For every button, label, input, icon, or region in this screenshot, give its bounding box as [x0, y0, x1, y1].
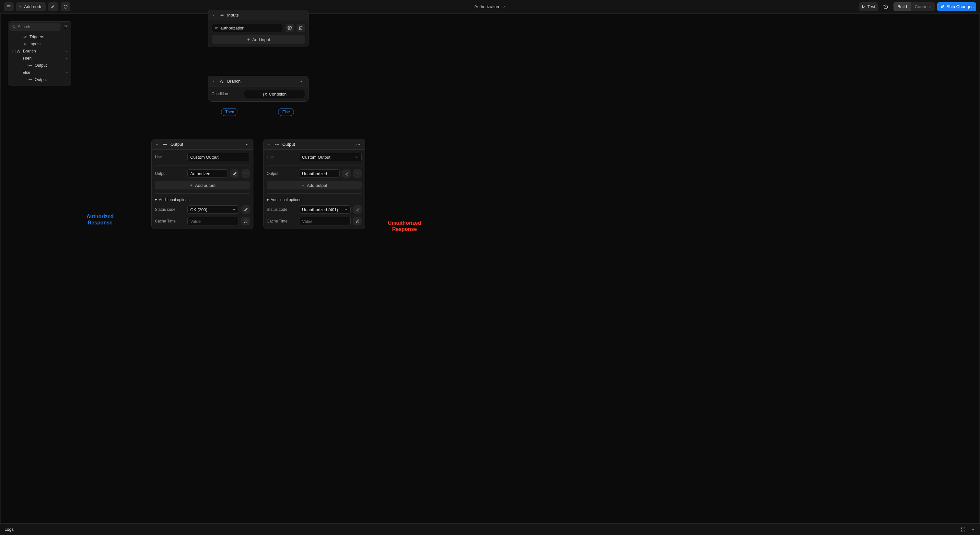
menu-button[interactable] [4, 2, 14, 11]
cache-time-field[interactable]: Value [187, 217, 239, 225]
ship-changes-button[interactable]: Ship Changes [937, 2, 976, 11]
more-button[interactable]: ⋯ [298, 79, 305, 84]
edit-button[interactable] [353, 205, 362, 214]
node-output-authorized[interactable]: Output ⋯ Use Custom Output Output [151, 139, 253, 229]
expand-up-button[interactable] [970, 527, 975, 532]
canvas-area[interactable]: Triggers Inputs ⋮⋮ Branch [0, 14, 980, 523]
node-branch[interactable]: Branch ⋯ Condition ƒx Condition [208, 76, 309, 102]
status-code-select[interactable]: OK (200) [187, 205, 239, 214]
additional-options-label: Additional options [270, 198, 301, 202]
more-button[interactable]: ⋯ [243, 142, 250, 147]
comment-button[interactable] [60, 2, 70, 11]
add-input-button[interactable]: Add input [212, 35, 305, 44]
connect-tab[interactable]: Connect [911, 2, 935, 11]
cache-time-label: Cache Time [155, 219, 185, 224]
edit-button[interactable] [242, 217, 250, 225]
chevron-down-icon[interactable] [155, 143, 159, 146]
node-title: Inputs [227, 13, 305, 17]
history-button[interactable] [880, 2, 891, 11]
menu-icon [6, 5, 11, 9]
edit-button[interactable] [353, 217, 362, 225]
use-select-value: Custom Output [302, 155, 353, 160]
caret-down-icon: ▾ [267, 198, 269, 202]
more-button[interactable]: ⋯ [353, 169, 362, 178]
input-field-authorization[interactable]: authorization [212, 24, 283, 32]
cache-time-field[interactable]: Value [299, 217, 351, 225]
fullscreen-button[interactable] [961, 527, 966, 532]
settings-button[interactable] [285, 24, 294, 32]
use-label: Use [155, 155, 185, 159]
use-select-value: Custom Output [190, 155, 241, 160]
magic-button[interactable] [48, 2, 58, 11]
build-tab[interactable]: Build [894, 2, 911, 11]
additional-options-toggle[interactable]: ▾ Additional options [155, 198, 250, 202]
use-label: Use [267, 155, 296, 159]
svg-point-37 [276, 144, 277, 145]
logs-label[interactable]: Logs [5, 527, 14, 532]
branch-icon [219, 79, 224, 84]
text-icon [215, 26, 218, 30]
condition-label: Condition [212, 92, 242, 96]
additional-options-label: Additional options [159, 198, 189, 202]
history-icon [883, 4, 888, 10]
play-icon [862, 5, 865, 9]
more-button[interactable]: ⋯ [355, 142, 362, 147]
node-inputs[interactable]: Inputs authorization [208, 10, 309, 47]
plus-icon [247, 38, 250, 41]
add-node-label: Add node [24, 4, 43, 9]
chevron-down-icon[interactable] [212, 79, 216, 83]
page-title-group[interactable]: Authorization [474, 4, 506, 9]
plus-icon [301, 183, 305, 187]
use-select[interactable]: Custom Output [299, 153, 362, 161]
output-label: Output [267, 171, 296, 176]
status-code-select[interactable]: Unauthorized (401) [299, 205, 351, 214]
svg-point-33 [222, 82, 223, 83]
function-icon: ƒx [262, 92, 267, 97]
edit-button[interactable] [231, 169, 239, 178]
chevron-down-icon[interactable] [212, 13, 216, 17]
output-value-field[interactable]: Authorized [187, 169, 228, 178]
output-icon [162, 142, 168, 147]
add-output-button[interactable]: Add output [267, 181, 362, 189]
node-title: Output [282, 142, 352, 147]
node-output-unauthorized[interactable]: Output ⋯ Use Custom Output Output [263, 139, 365, 229]
footer-bar: Logs [0, 523, 980, 535]
connector-wires [1, 14, 98, 63]
chevron-down-icon [502, 5, 506, 9]
comment-icon [63, 5, 68, 9]
status-code-value: OK (200) [190, 207, 230, 212]
ship-label: Ship Changes [946, 4, 974, 9]
annotation-unauthorized: Unauthorized Response [388, 220, 421, 232]
topbar: Add node Authorization Test [0, 0, 980, 14]
status-code-label: Status code [155, 207, 185, 212]
branch-else-pill[interactable]: Else [278, 108, 294, 116]
add-node-button[interactable]: Add node [16, 2, 46, 11]
page-title: Authorization [474, 4, 499, 9]
cache-time-placeholder: Value [190, 219, 236, 224]
add-output-button[interactable]: Add output [155, 181, 250, 189]
condition-chip-text: Condition [269, 92, 286, 97]
edit-button[interactable] [242, 205, 250, 214]
edit-button[interactable] [342, 169, 351, 178]
chevron-down-icon [344, 208, 348, 211]
use-select[interactable]: Custom Output [187, 153, 250, 161]
status-code-value: Unauthorized (401) [302, 207, 342, 212]
svg-point-26 [222, 14, 224, 16]
node-title: Branch [227, 79, 296, 84]
delete-button[interactable] [296, 24, 305, 32]
test-label: Test [867, 4, 875, 9]
branch-then-pill[interactable]: Then [221, 108, 238, 116]
caret-down-icon: ▾ [155, 198, 157, 202]
svg-marker-5 [862, 5, 865, 8]
additional-options-toggle[interactable]: ▾ Additional options [267, 198, 362, 202]
output-value-field[interactable]: Unauthorized [299, 169, 340, 178]
input-field-value: authorization [220, 25, 280, 30]
condition-chip[interactable]: ƒx Condition [244, 90, 305, 98]
output-label: Output [155, 171, 185, 176]
test-button[interactable]: Test [859, 2, 878, 11]
node-title: Output [170, 142, 240, 147]
cache-time-label: Cache Time [267, 219, 296, 224]
status-code-label: Status code [267, 207, 296, 212]
chevron-down-icon[interactable] [267, 143, 271, 146]
more-button[interactable]: ⋯ [242, 169, 250, 178]
